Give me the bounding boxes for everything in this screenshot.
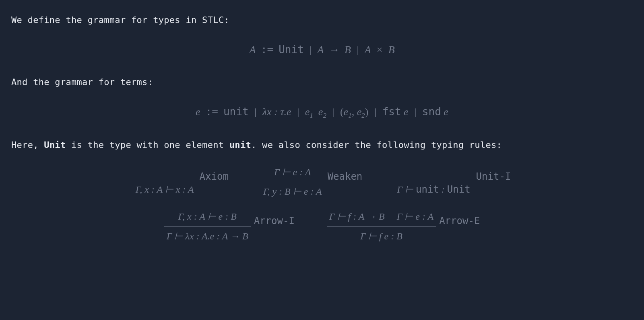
grammar-types-arrow-sym: →	[329, 44, 339, 56]
grammar-terms-fst-arg: e	[404, 106, 409, 118]
grammar-terms-op: :=	[206, 106, 218, 118]
rule-arrow-e-conclusion: Γ ⊢ f e : B	[358, 229, 405, 245]
grammar-types-prod-r: B	[388, 44, 395, 56]
typing-rules-row-2: Γ, x : A ⊢ e : B Γ ⊢ λx : A.e : A → B Ar…	[11, 209, 633, 244]
rule-axiom-conclusion: Γ, x : A ⊢ x : A	[133, 182, 196, 198]
grammar-types: A := Unit | A → B | A × B	[11, 41, 633, 59]
rule-arrow-i-label: Arrow-I	[254, 209, 295, 229]
grammar-types-arrow-l: A	[318, 44, 324, 56]
rule-arrow-i-premise: Γ, x : A ⊢ e : B	[176, 209, 239, 225]
rule-weaken: Γ ⊢ e : A Γ, y : B ⊢ e : A Weaken	[261, 164, 362, 200]
rule-weaken-label: Weaken	[328, 164, 363, 185]
document-page: We define the grammar for types in STLC:…	[0, 0, 644, 269]
grammar-terms: e := unit | λx : τ.e | e1 e2 | (e1, e2) …	[11, 103, 633, 121]
rule-arrow-i-conclusion: Γ ⊢ λx : A.e : A → B	[164, 229, 251, 245]
grammar-terms-lhs: e	[196, 106, 200, 118]
rule-arrow-e-label: Arrow-E	[439, 209, 480, 229]
grammar-types-prod-l: A	[365, 44, 371, 56]
para3-unit-term: unit	[229, 140, 251, 150]
grammar-terms-lambda: λx : τ.e	[262, 106, 291, 118]
grammar-types-unit: Unit	[279, 44, 304, 56]
rule-axiom-label: Axiom	[200, 164, 229, 185]
paragraph-terms-intro: And the grammar for terms:	[11, 75, 633, 89]
para3-post: . we also consider the following typing …	[251, 140, 502, 150]
paragraph-typing-intro: Here, Unit is the type with one element …	[11, 138, 633, 152]
rule-weaken-premise: Γ ⊢ e : A	[272, 164, 314, 181]
grammar-types-lhs: A	[249, 44, 255, 56]
rule-unit-i-premise	[431, 166, 436, 178]
rule-weaken-conclusion: Γ, y : B ⊢ e : A	[261, 184, 324, 200]
paragraph-types-intro: We define the grammar for types in STLC:	[11, 13, 633, 27]
rule-unit-i-label: Unit-I	[476, 164, 511, 185]
grammar-terms-unit: unit	[223, 106, 249, 118]
typing-rules-row-1: Γ, x : A ⊢ x : A Axiom Γ ⊢ e : A Γ, y : …	[11, 164, 633, 200]
grammar-types-arrow-r: B	[345, 44, 351, 56]
grammar-terms-fst-kw: fst	[382, 106, 401, 118]
rule-unit-i-conclusion: Γ ⊢ unit : Unit	[394, 182, 473, 198]
rule-arrow-e: Γ ⊢ f : A → B Γ ⊢ e : A Γ ⊢ f e : B Arro…	[327, 209, 480, 244]
para3-mid: is the type with one element	[66, 140, 229, 150]
para3-pre: Here,	[11, 140, 44, 150]
typing-rules: Γ, x : A ⊢ x : A Axiom Γ ⊢ e : A Γ, y : …	[11, 164, 633, 244]
rule-axiom-premise	[162, 166, 167, 178]
grammar-terms-pair: (e1, e2)	[340, 106, 371, 118]
rule-arrow-e-premises: Γ ⊢ f : A → B Γ ⊢ e : A	[327, 209, 436, 225]
rule-arrow-e-premise-1: Γ ⊢ f : A → B	[329, 211, 385, 222]
grammar-terms-app: e1 e2	[305, 106, 329, 118]
rule-arrow-i: Γ, x : A ⊢ e : B Γ ⊢ λx : A.e : A → B Ar…	[164, 209, 295, 244]
grammar-terms-snd-kw: snd	[422, 106, 441, 118]
grammar-types-op: :=	[261, 44, 273, 56]
rule-arrow-e-premise-2: Γ ⊢ e : A	[397, 211, 434, 222]
grammar-terms-snd-arg: e	[444, 106, 448, 118]
grammar-types-prod-sym: ×	[376, 44, 383, 56]
rule-axiom: Γ, x : A ⊢ x : A Axiom	[133, 164, 229, 200]
para3-unit-type: Unit	[44, 140, 66, 150]
rule-unit-i: Γ ⊢ unit : Unit Unit-I	[394, 164, 511, 200]
